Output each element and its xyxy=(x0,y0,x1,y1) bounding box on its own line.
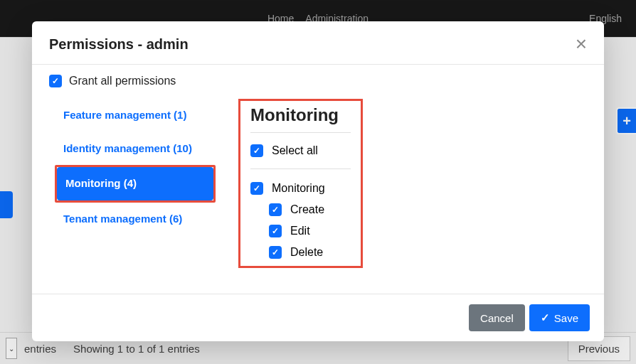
delete-label: Delete xyxy=(290,246,323,259)
save-label: Save xyxy=(554,312,578,324)
monitoring-label: Monitoring xyxy=(272,182,325,195)
permission-groups-nav: Feature management (1) Identity manageme… xyxy=(49,99,216,268)
permissions-modal: Permissions - admin × Grant all permissi… xyxy=(32,21,604,341)
modal-title: Permissions - admin xyxy=(49,36,189,53)
close-button[interactable]: × xyxy=(576,34,587,54)
check-icon xyxy=(541,311,550,324)
delete-checkbox[interactable] xyxy=(269,246,282,259)
grant-all-label: Grant all permissions xyxy=(69,75,176,87)
modal-footer: Cancel Save xyxy=(32,294,604,341)
permissions-panel: Monitoring Select all Monitoring Create xyxy=(238,99,587,268)
grant-all-checkbox[interactable] xyxy=(49,75,62,87)
modal-header: Permissions - admin × xyxy=(32,21,604,65)
select-all-checkbox[interactable] xyxy=(250,144,263,157)
panel-title: Monitoring xyxy=(250,101,351,133)
monitoring-checkbox[interactable] xyxy=(250,182,263,195)
cancel-button[interactable]: Cancel xyxy=(469,304,525,331)
nav-monitoring[interactable]: Monitoring (4) xyxy=(57,167,213,200)
nav-tenant-management[interactable]: Tenant management (6) xyxy=(55,203,216,236)
highlight-box: Monitoring (4) xyxy=(55,165,216,203)
edit-checkbox[interactable] xyxy=(269,225,282,237)
save-button[interactable]: Save xyxy=(529,304,590,331)
create-label: Create xyxy=(290,203,324,216)
edit-label: Edit xyxy=(290,225,310,237)
modal-body: Grant all permissions Feature management… xyxy=(32,65,604,294)
create-checkbox[interactable] xyxy=(269,203,282,216)
panel-highlight-box: Monitoring Select all Monitoring Create xyxy=(238,99,363,268)
nav-identity-management[interactable]: Identity management (10) xyxy=(55,132,216,166)
nav-feature-management[interactable]: Feature management (1) xyxy=(55,99,216,132)
select-all-label: Select all xyxy=(272,144,318,157)
